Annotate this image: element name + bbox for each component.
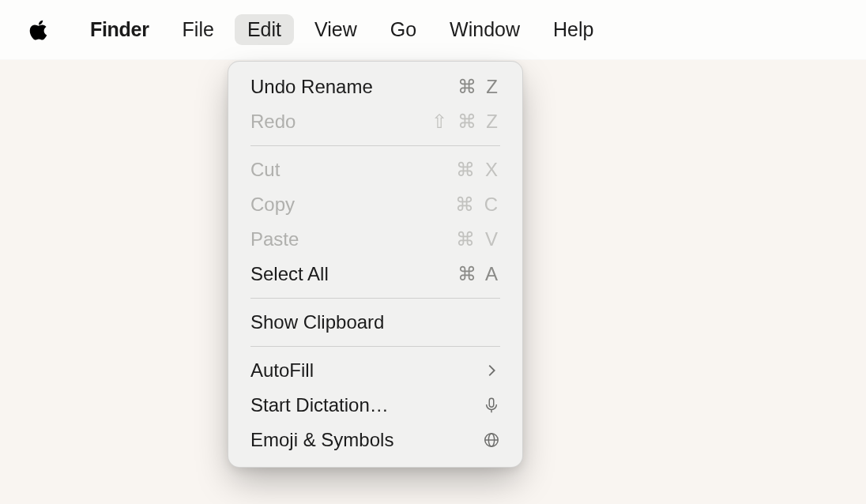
menu-item-label: Select All — [250, 261, 329, 287]
chevron-right-icon — [483, 362, 500, 379]
menu-item-shortcut: ⌘ A — [457, 261, 500, 287]
menu-item-shortcut: ⌘ Z — [457, 74, 500, 100]
menu-separator — [250, 346, 500, 347]
menu-item-label: Cut — [250, 157, 280, 182]
mic-icon — [483, 397, 500, 414]
menubar-app-name[interactable]: Finder — [77, 14, 162, 45]
menu-item-label: Start Dictation… — [250, 393, 389, 418]
menu-item-copy: Copy ⌘ C — [228, 187, 522, 222]
menu-item-shortcut: ⇧ ⌘ Z — [431, 109, 500, 134]
menu-item-label: Copy — [250, 192, 295, 217]
menu-item-redo: Redo ⇧ ⌘ Z — [228, 104, 522, 139]
globe-icon — [483, 431, 500, 449]
menu-item-shortcut: ⌘ X — [456, 157, 500, 182]
menu-separator — [250, 145, 500, 146]
menu-item-label: Undo Rename — [250, 74, 373, 100]
menubar-item-go[interactable]: Go — [378, 14, 429, 45]
menu-item-emoji-symbols[interactable]: Emoji & Symbols — [228, 423, 522, 457]
menu-item-cut: Cut ⌘ X — [228, 152, 522, 187]
menu-item-label: Show Clipboard — [250, 310, 384, 335]
menu-item-undo[interactable]: Undo Rename ⌘ Z — [228, 70, 522, 104]
svg-rect-0 — [489, 398, 494, 407]
menu-item-shortcut: ⌘ C — [455, 192, 500, 217]
menu-item-label: Paste — [250, 227, 299, 252]
menu-item-show-clipboard[interactable]: Show Clipboard — [228, 305, 522, 340]
menu-separator — [250, 298, 500, 299]
menu-item-label: Redo — [250, 109, 296, 134]
menu-item-shortcut: ⌘ V — [456, 227, 500, 252]
menu-bar: Finder File Edit View Go Window Help — [0, 0, 866, 60]
menubar-item-help[interactable]: Help — [540, 14, 606, 45]
menubar-item-view[interactable]: View — [302, 14, 370, 45]
menu-item-paste: Paste ⌘ V — [228, 222, 522, 257]
menu-item-label: AutoFill — [250, 358, 314, 383]
menubar-item-edit[interactable]: Edit — [235, 14, 294, 45]
menubar-item-file[interactable]: File — [170, 14, 227, 45]
menu-item-autofill[interactable]: AutoFill — [228, 353, 522, 388]
menu-item-start-dictation[interactable]: Start Dictation… — [228, 388, 522, 423]
edit-menu-dropdown: Undo Rename ⌘ Z Redo ⇧ ⌘ Z Cut ⌘ X Copy … — [228, 61, 523, 468]
menu-item-label: Emoji & Symbols — [250, 427, 393, 453]
menubar-item-window[interactable]: Window — [437, 14, 533, 45]
menu-item-select-all[interactable]: Select All ⌘ A — [228, 257, 522, 291]
apple-logo-icon[interactable] — [27, 18, 51, 42]
